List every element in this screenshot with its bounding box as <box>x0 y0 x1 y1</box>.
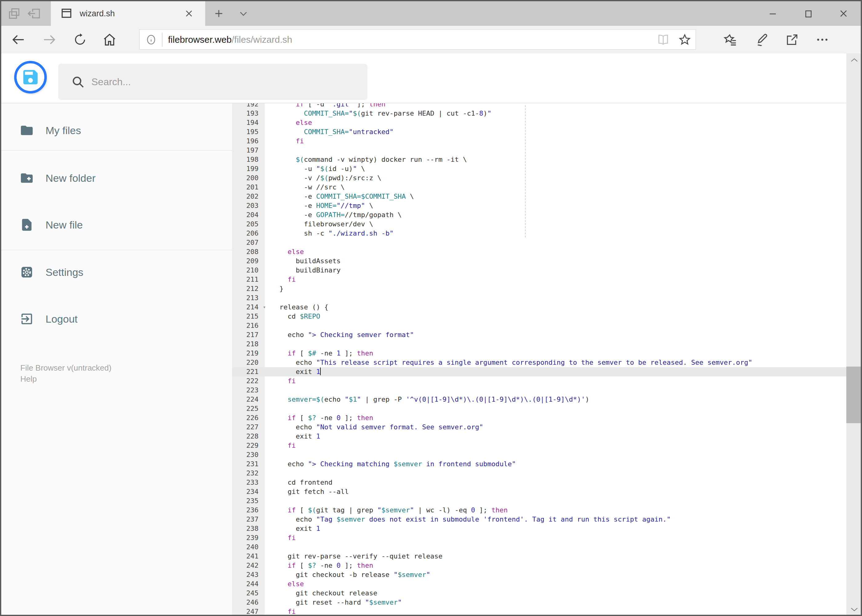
code-line[interactable]: 240 <box>232 542 846 552</box>
tab-list-button[interactable] <box>236 1 251 26</box>
code-line[interactable]: 245 git checkout release <box>232 589 846 598</box>
code-line[interactable]: 192 if [ -d ".git" ]; then <box>232 103 846 109</box>
fold-arrow-icon[interactable]: ▾ <box>258 303 270 312</box>
favorite-star-icon[interactable] <box>678 33 691 46</box>
code-line[interactable]: 215 cd $REPO <box>232 312 846 321</box>
scroll-up-button[interactable] <box>846 53 862 67</box>
tabs-preview-button[interactable] <box>6 1 23 26</box>
annotate-button[interactable] <box>752 26 771 53</box>
code-line[interactable]: 207 <box>232 238 846 247</box>
code-line[interactable]: 204 -e GOPATH=//tmp/gopath \ <box>232 211 846 220</box>
code-line[interactable]: 235 <box>232 497 846 506</box>
code-line[interactable]: 225 <box>232 404 846 413</box>
code-line[interactable]: 217 echo "> Checking semver format" <box>232 330 846 339</box>
tab-close-icon[interactable] <box>184 9 194 18</box>
code-line[interactable]: 218 <box>232 339 846 349</box>
more-menu-button[interactable] <box>812 26 832 53</box>
code-line[interactable]: 223 <box>232 386 846 395</box>
code-line[interactable]: 228 exit 1 <box>232 432 846 441</box>
code-line[interactable]: 206 sh -c "./wizard.sh -b" <box>232 229 846 238</box>
code-line[interactable]: 212} <box>232 284 846 293</box>
sidebar-item-logout[interactable]: Logout <box>1 310 232 328</box>
address-bar[interactable]: filebrowser.web/files/wizard.sh <box>139 29 696 50</box>
back-button[interactable] <box>9 26 28 53</box>
code-line[interactable]: 236 if [ $(git tag | grep "$semver" | wc… <box>232 506 846 515</box>
code-line[interactable]: 198 $(command -v winpty) docker run --rm… <box>232 155 846 164</box>
code-line[interactable]: 200 -v /$(pwd):/src:z \ <box>232 173 846 183</box>
code-line[interactable]: 211 fi <box>232 275 846 284</box>
code-line[interactable]: 210 buildBinary <box>232 266 846 275</box>
sidebar-item-new-folder[interactable]: New folder <box>1 169 232 187</box>
code-line[interactable]: 230 <box>232 450 846 459</box>
code-text: fi <box>270 441 296 450</box>
code-line[interactable]: 234 git fetch --all <box>232 487 846 497</box>
sidebar-item-settings[interactable]: Settings <box>1 263 232 281</box>
set-tabs-aside-button[interactable] <box>26 1 43 26</box>
code-line[interactable]: 243 git checkout -b release "$semver" <box>232 570 846 580</box>
share-button-browser[interactable] <box>782 26 802 53</box>
code-line[interactable]: 205 filebrowser/dev \ <box>232 220 846 229</box>
reading-view-icon[interactable] <box>657 33 670 46</box>
sidebar-item-my-files[interactable]: My files <box>1 121 232 140</box>
close-button[interactable] <box>833 1 854 26</box>
code-line[interactable]: 193 COMMIT_SHA="$(git rev-parse HEAD | c… <box>232 109 846 118</box>
code-line[interactable]: 241 git rev-parse --verify --quiet relea… <box>232 552 846 561</box>
code-line[interactable]: 229 fi <box>232 441 846 450</box>
url-text[interactable]: filebrowser.web/files/wizard.sh <box>168 35 292 45</box>
code-line[interactable]: 231 echo "> Checking matching $semver in… <box>232 459 846 469</box>
home-button[interactable] <box>100 26 119 53</box>
search-input[interactable] <box>91 76 337 88</box>
code-line[interactable]: 208 else <box>232 247 846 256</box>
code-text: -w //src \ <box>270 183 345 192</box>
code-line[interactable]: 196 fi <box>232 137 846 146</box>
code-line[interactable]: 199 -u "$(id -u)" \ <box>232 164 846 173</box>
code-line[interactable]: 222 fi <box>232 376 846 386</box>
new-tab-button[interactable] <box>211 1 227 26</box>
line-number: 228 <box>232 432 258 441</box>
search-bar[interactable] <box>58 64 367 100</box>
code-line[interactable]: 239 fi <box>232 533 846 542</box>
code-line[interactable]: 224 semver=$(echo "$1" | grep -P '^v(0|[… <box>232 395 846 404</box>
code-line[interactable]: 227 echo "Not valid semver format. See s… <box>232 423 846 432</box>
code-line[interactable]: 238 exit 1 <box>232 524 846 533</box>
code-line[interactable]: 194 else <box>232 118 846 127</box>
fold-gutter <box>258 275 270 284</box>
refresh-button[interactable] <box>71 26 89 53</box>
code-line[interactable]: 216 <box>232 321 846 330</box>
browser-tab[interactable]: wizard.sh <box>51 1 205 26</box>
scrollbar-thumb[interactable] <box>846 366 862 423</box>
code-editor[interactable]: 192 if [ -d ".git" ]; then193 COMMIT_SHA… <box>232 103 846 616</box>
page-scrollbar[interactable] <box>846 53 862 616</box>
code-line[interactable]: 247 fi <box>232 607 846 616</box>
code-line[interactable]: 195 COMMIT_SHA="untracked" <box>232 127 846 137</box>
forward-button[interactable] <box>40 26 58 53</box>
code-line[interactable]: 219 if [ $# -ne 1 ]; then <box>232 349 846 358</box>
code-line[interactable]: 201 -w //src \ <box>232 183 846 192</box>
code-line[interactable]: 233 cd frontend <box>232 478 846 487</box>
minimize-button[interactable] <box>762 1 783 26</box>
code-line[interactable]: 242 if [ $? -ne 0 ]; then <box>232 561 846 570</box>
code-line[interactable]: 246 git reset --hard "$semver" <box>232 598 846 607</box>
site-info-icon[interactable] <box>145 34 157 46</box>
code-line[interactable]: 244 else <box>232 580 846 589</box>
code-line[interactable]: 214▾release () { <box>232 303 846 312</box>
sidebar-item-new-file[interactable]: New file <box>1 215 232 234</box>
help-link[interactable]: Help <box>20 374 36 384</box>
line-number: 238 <box>232 524 258 533</box>
code-line[interactable]: 197 <box>232 146 846 155</box>
line-number: 226 <box>232 413 258 423</box>
code-line[interactable]: 209 buildAssets <box>232 256 846 266</box>
code-line[interactable]: 232 <box>232 469 846 478</box>
scroll-down-button[interactable] <box>846 602 862 616</box>
code-line[interactable]: 213 <box>232 293 846 303</box>
code-line[interactable]: 226 if [ $? -ne 0 ]; then <box>232 413 846 423</box>
hub-button[interactable] <box>721 26 741 53</box>
code-line[interactable]: 221 exit 1 <box>232 367 846 376</box>
code-line[interactable]: 202 -e COMMIT_SHA=$COMMIT_SHA \ <box>232 192 846 201</box>
code-line[interactable]: 203 -e HOME="//tmp" \ <box>232 201 846 211</box>
maximize-button[interactable] <box>798 1 819 26</box>
code-line[interactable]: 237 echo "Tag $semver does not exist in … <box>232 515 846 524</box>
filebrowser-logo[interactable] <box>14 61 47 93</box>
folder-icon <box>20 123 34 137</box>
code-line[interactable]: 220 echo "This release script requires a… <box>232 358 846 367</box>
